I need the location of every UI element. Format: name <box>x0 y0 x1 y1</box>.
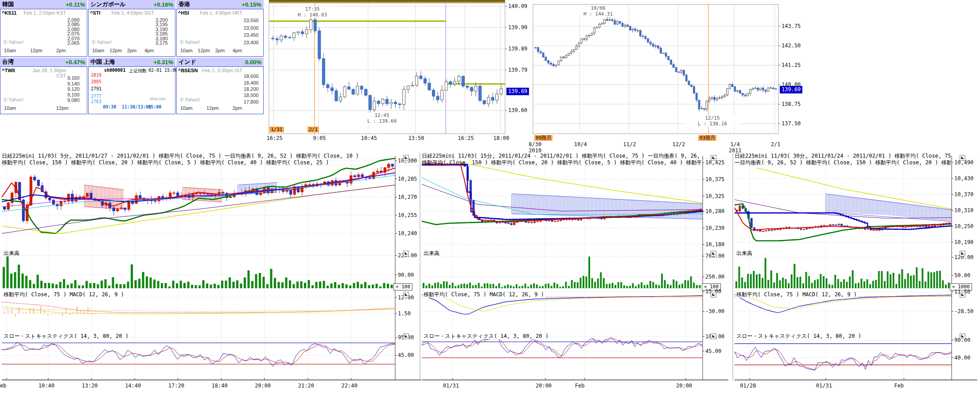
x-axis-label: 01/31 <box>816 383 836 389</box>
panel3-stoch-label: スロー・ストキャスティクス( 14, 3, 80, 20 ) <box>735 333 862 339</box>
y-axis-label: 10,180 <box>705 241 724 248</box>
x-axis-label: 10am <box>92 48 105 53</box>
y-axis-label: 10,240 <box>398 230 417 236</box>
x-axis-label: 4pm <box>233 48 242 53</box>
x-axis-label: 13:50 <box>406 135 426 141</box>
panel3-macd-label: 移動平均( Close, 75 ) MACD( 12, 26, 9 ) <box>735 292 858 298</box>
mini-ticker: ^HSI <box>178 10 189 15</box>
x-axis-label: Feb <box>0 383 17 389</box>
x-axis-label: 10am <box>4 105 16 111</box>
y-axis-label: 139.89 <box>508 46 527 52</box>
low-value: L : 139.60 <box>358 118 406 124</box>
y-axis-label: 9,080 <box>67 97 80 103</box>
market-change: 0.00% <box>245 59 261 66</box>
mini-timestamp: Feb 1, 3:30pm IST <box>199 68 242 73</box>
y-axis-label: 10,285 <box>398 176 417 182</box>
x-axis-label: 01/28 <box>740 383 760 389</box>
low-date: 12/15 <box>686 115 739 121</box>
x-axis-label: 20:00 <box>536 383 556 389</box>
x-axis-label: 8/30 <box>525 141 545 147</box>
stoch-collapse-icon[interactable]: ◣ <box>403 333 409 339</box>
panel3-title-line1: 日経225mini 11/03( 30分, 2011/01/24 - 2011/… <box>735 153 951 159</box>
panel3-volume-label: 出来高 <box>735 251 753 256</box>
high-value: H : 144.31 <box>572 11 625 17</box>
y-axis-label: 143.75 <box>782 23 801 29</box>
y-axis-label: 45.00 <box>705 348 721 354</box>
x-axis-label: 10/4 <box>571 141 590 147</box>
x-axis-label: 12/2 <box>669 141 688 147</box>
x-axis-year-label: 2010 <box>525 147 545 154</box>
x-axis-label: 14:40 <box>125 383 145 389</box>
y-axis-label: 9,100 <box>67 92 80 97</box>
sina-index-name: 上证指数 <box>129 68 147 74</box>
mini-timestamp: Feb 1, 2:55pm KST <box>23 10 66 15</box>
y-axis-label: 50.00 <box>954 272 970 279</box>
panel2-stoch-label: スロー・ストキャスティクス( 14, 3, 80, 20 ) <box>423 333 549 339</box>
y-axis-label: 3,175 <box>156 40 168 46</box>
volume-collapse-icon[interactable]: ◣ <box>960 251 965 256</box>
market-change: +0.15% <box>242 1 261 8</box>
x-axis-label: 21:20 <box>298 383 319 389</box>
daily-low-annotation: 12/15 L : 138.16 <box>686 115 739 127</box>
y-axis-label: 9,120 <box>67 86 80 92</box>
panel2-macd-label: 移動平均( Close, 75 ) MACD( 12, 26, 9 ) <box>423 292 545 298</box>
y-axis-label: 2763 <box>89 99 101 104</box>
intraday-high-annotation: 17:35 H : 140.03 <box>288 6 337 18</box>
y-axis-label: 10,430 <box>954 175 973 182</box>
y-axis-label: 40.00 <box>954 355 970 361</box>
x-axis-label: 22:40 <box>342 383 362 389</box>
y-axis-label: 23,500 <box>244 25 259 31</box>
x-axis-label: 16:25 <box>265 135 284 141</box>
volume-collapse-icon[interactable]: ◣ <box>403 251 409 256</box>
price-collapse-icon[interactable]: ◣ <box>960 155 965 161</box>
panel1-macd-label: 移動平均( Close, 75 ) MACD( 12, 26, 9 ) <box>3 292 125 298</box>
stoch-collapse-icon[interactable]: ◣ <box>711 333 716 339</box>
sina-watermark: sina.com <box>150 97 166 101</box>
y-axis-label: 10,230 <box>705 225 724 231</box>
panel1-volume-multiplier: × 100 <box>393 283 412 290</box>
y-axis-label: 139.99 <box>508 24 527 31</box>
yahoo-copyright: © Yahoo! <box>4 97 23 102</box>
yahoo-copyright: © Yahoo! <box>180 39 200 45</box>
yahoo-copyright: © Yahoo! <box>180 97 200 102</box>
y-axis-label: -28.50 <box>954 308 973 314</box>
x-axis-label: 18:40 <box>212 383 232 389</box>
yahoo-copyright: © Yahoo! <box>92 39 112 45</box>
y-axis-label: 18,600 <box>244 74 259 79</box>
x-axis-label: 2pm <box>215 48 225 53</box>
price-collapse-icon[interactable]: ◣ <box>711 155 716 161</box>
macd-collapse-icon[interactable]: ◣ <box>403 292 409 298</box>
market-change: +0.11% <box>66 1 85 8</box>
date-tag-0201: 2/1 <box>307 127 319 132</box>
y-axis-label: 18,200 <box>244 86 259 92</box>
mini-ticker: ^TWII <box>2 68 15 73</box>
stoch-collapse-icon[interactable]: ◣ <box>960 333 965 339</box>
market-name: 香港 <box>179 0 190 8</box>
y-axis-label: 139.60 <box>508 107 527 113</box>
contract-tag-sep: 09限月 <box>534 135 552 141</box>
y-axis-label: 17,800 <box>244 99 259 105</box>
x-axis-label: 9:05 <box>310 135 329 141</box>
price-collapse-icon[interactable]: ◣ <box>403 155 409 161</box>
volume-collapse-icon[interactable]: ◣ <box>711 251 716 256</box>
panel2-volume-label: 出来高 <box>423 251 440 256</box>
market-change: +0.16% <box>154 1 173 8</box>
mini-timestamp: Feb 1, 4:00pm HKT <box>199 10 242 15</box>
macd-collapse-icon[interactable]: ◣ <box>960 292 965 298</box>
y-axis-label: 23,550 <box>244 18 259 23</box>
x-axis-label: 10am <box>180 48 193 53</box>
y-axis-label: 45.00 <box>398 352 414 358</box>
yahoo-copyright: © Yahoo! <box>4 39 23 45</box>
y-axis-label: 10,280 <box>705 208 724 214</box>
intraday-low-annotation: 12:45 L : 139.60 <box>358 112 406 124</box>
mini-ticker: ^STI <box>90 10 101 15</box>
market-change: +0.47% <box>66 59 85 66</box>
x-axis-label: 20:00 <box>676 383 696 389</box>
x-axis-label: Feb <box>894 383 914 389</box>
x-axis-label: 18:00 <box>491 135 511 141</box>
market-name: 中国 上海 <box>90 58 115 66</box>
x-axis-label: 17:20 <box>168 383 189 389</box>
y-axis-label: 18,400 <box>244 80 259 85</box>
macd-collapse-icon[interactable]: ◣ <box>711 292 716 298</box>
y-axis-label: 2777 <box>89 94 101 99</box>
